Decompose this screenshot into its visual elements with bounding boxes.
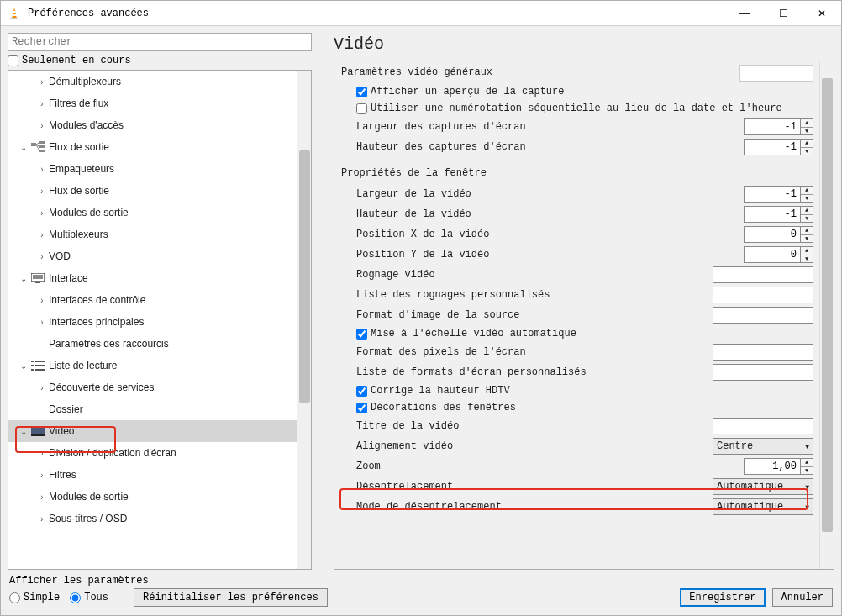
tree-item-flux-de-sortie[interactable]: ⌄Flux de sortie: [8, 136, 311, 158]
zoom-spin[interactable]: ▲▼: [744, 458, 813, 475]
chevron-right-icon[interactable]: ›: [35, 208, 49, 218]
maximize-button[interactable]: ☐: [764, 1, 803, 26]
tree-item-interfaces-principales[interactable]: ›Interfaces principales: [8, 311, 311, 333]
svg-rect-21: [34, 426, 35, 428]
tree-label: Modules d'accès: [49, 119, 124, 131]
tree-item-d-multiplexeurs[interactable]: ›Démultiplexeurs: [8, 71, 311, 92]
reset-button[interactable]: Réinitialiser les préférences: [134, 588, 328, 607]
decorations-check[interactable]: [356, 403, 367, 413]
chevron-right-icon[interactable]: ›: [35, 471, 49, 480]
settings-tree[interactable]: ›Démultiplexeurs›Filtres de flux›Modules…: [8, 70, 312, 570]
vid-h-spin[interactable]: ▲▼: [744, 206, 813, 223]
autoscale-row[interactable]: Mise à l'échelle vidéo automatique: [356, 325, 813, 342]
tree-item-vod[interactable]: ›VOD: [8, 245, 311, 267]
chevron-right-icon[interactable]: ›: [35, 99, 49, 108]
chevron-right-icon[interactable]: ›: [35, 449, 49, 458]
cancel-button[interactable]: Annuler: [772, 588, 833, 607]
chevron-right-icon[interactable]: ›: [35, 77, 49, 87]
tree-item-filtres-de-flux[interactable]: ›Filtres de flux: [8, 92, 311, 114]
tree-label: Découverte de services: [49, 382, 154, 393]
hdtv-fix-row[interactable]: Corrige la hauteur HDTV: [356, 382, 813, 399]
tree-label: Modules de sortie: [49, 207, 129, 218]
tree-item-modules-de-sortie[interactable]: ›Modules de sortie: [8, 202, 311, 224]
liste-icon: [30, 359, 45, 372]
align-combo[interactable]: Centre▼: [713, 438, 813, 455]
src-aspect-input[interactable]: [713, 307, 813, 324]
tree-item-sous-titres-osd[interactable]: ›Sous-titres / OSD: [8, 508, 311, 529]
chevron-down-icon[interactable]: ⌄: [17, 143, 30, 152]
tree-label: Multiplexeurs: [49, 229, 108, 240]
spin-up-icon[interactable]: ▲: [801, 119, 813, 128]
search-input[interactable]: [8, 33, 312, 51]
chevron-right-icon[interactable]: ›: [35, 514, 49, 524]
chevron-right-icon[interactable]: ›: [35, 296, 49, 305]
chevron-right-icon[interactable]: ›: [35, 383, 49, 392]
tree-item-vid-o[interactable]: ⌄Vidéo: [8, 420, 311, 442]
save-button[interactable]: Enregistrer: [680, 588, 765, 607]
title-input[interactable]: [713, 418, 813, 434]
tree-item-dossier[interactable]: Dossier: [8, 398, 311, 420]
deint-combo[interactable]: Automatique▼: [713, 478, 813, 495]
minimize-button[interactable]: —: [725, 1, 764, 26]
only-current-check[interactable]: [8, 55, 18, 66]
tree-item-d-couverte-de-services[interactable]: ›Découverte de services: [8, 376, 311, 398]
chevron-right-icon[interactable]: ›: [35, 492, 49, 502]
show-preview-row[interactable]: Afficher un aperçu de la capture: [356, 83, 813, 100]
tree-item-liste-de-lecture[interactable]: ⌄Liste de lecture: [8, 355, 311, 376]
chevron-down-icon[interactable]: ⌄: [17, 427, 30, 436]
spin-down-icon[interactable]: ▼: [801, 128, 813, 135]
tree-scrollbar[interactable]: [297, 71, 311, 569]
cap-h-row: Hauteur des captures d'écran▲▼: [356, 137, 813, 157]
tree-item-interfaces-de-contr-le[interactable]: ›Interfaces de contrôle: [8, 289, 311, 311]
svg-rect-11: [31, 361, 34, 362]
chevron-right-icon[interactable]: ›: [35, 187, 49, 196]
svg-rect-16: [35, 369, 45, 371]
seq-num-row[interactable]: Utiliser une numérotation séquentielle a…: [356, 100, 813, 117]
cap-w-spin[interactable]: ▲▼: [744, 118, 813, 135]
chevron-down-icon[interactable]: ⌄: [17, 361, 30, 371]
pix-aspect-input[interactable]: [713, 344, 813, 361]
titlebar: Préférences avancées — ☐ ✕: [1, 1, 841, 26]
crop-list-input[interactable]: [713, 287, 813, 303]
vid-h-row: Hauteur de la vidéo▲▼: [356, 204, 813, 224]
chevron-right-icon[interactable]: ›: [35, 318, 49, 327]
vid-w-spin[interactable]: ▲▼: [744, 186, 813, 203]
clipped-input[interactable]: [739, 65, 813, 82]
decorations-row[interactable]: Décorations des fenêtres: [356, 399, 813, 416]
settings-scrollbar[interactable]: [819, 61, 834, 569]
tree-item-multiplexeurs[interactable]: ›Multiplexeurs: [8, 224, 311, 245]
tree-scroll-thumb[interactable]: [299, 150, 310, 403]
seq-num-check[interactable]: [356, 103, 367, 114]
settings-scroll-thumb[interactable]: [822, 78, 833, 532]
tree-item-flux-de-sortie[interactable]: ›Flux de sortie: [8, 180, 311, 202]
tree-item-division-duplication-d-cran[interactable]: ›Division / duplication d'écran: [8, 442, 311, 464]
close-button[interactable]: ✕: [803, 1, 841, 26]
custom-formats-input[interactable]: [713, 364, 813, 381]
footer-left: Afficher les paramètres Simple Tous Réin…: [9, 575, 328, 607]
crop-input[interactable]: [713, 266, 813, 283]
tree-item-filtres[interactable]: ›Filtres: [8, 464, 311, 486]
all-radio[interactable]: Tous: [70, 592, 108, 603]
svg-rect-13: [31, 365, 34, 366]
chevron-right-icon[interactable]: ›: [35, 121, 49, 130]
tree-item-param-tres-des-raccourcis[interactable]: Paramètres des raccourcis: [8, 333, 311, 355]
simple-radio[interactable]: Simple: [9, 592, 60, 603]
tree-item-modules-d-acc-s[interactable]: ›Modules d'accès: [8, 114, 311, 136]
tree-item-modules-de-sortie[interactable]: ›Modules de sortie: [8, 486, 311, 508]
window-buttons: — ☐ ✕: [725, 1, 841, 26]
pos-x-spin[interactable]: ▲▼: [744, 226, 813, 243]
chevron-down-icon[interactable]: ⌄: [17, 274, 30, 283]
chevron-right-icon[interactable]: ›: [35, 252, 49, 261]
chevron-right-icon[interactable]: ›: [35, 230, 49, 240]
tree-item-empaqueteurs[interactable]: ›Empaqueteurs: [8, 158, 311, 180]
show-preview-check[interactable]: [356, 87, 367, 97]
tree-item-interface[interactable]: ⌄Interface: [8, 267, 311, 289]
pos-y-spin[interactable]: ▲▼: [744, 246, 813, 263]
autoscale-check[interactable]: [356, 329, 367, 340]
chevron-right-icon[interactable]: ›: [35, 165, 49, 174]
only-current-checkbox[interactable]: Seulement en cours: [8, 55, 325, 66]
deint-mode-combo[interactable]: Automatique▼: [713, 498, 813, 515]
cap-h-spin[interactable]: ▲▼: [744, 139, 813, 155]
hdtv-fix-check[interactable]: [356, 386, 367, 397]
custom-formats-row: Liste de formats d'écran personnalisés: [356, 362, 813, 382]
